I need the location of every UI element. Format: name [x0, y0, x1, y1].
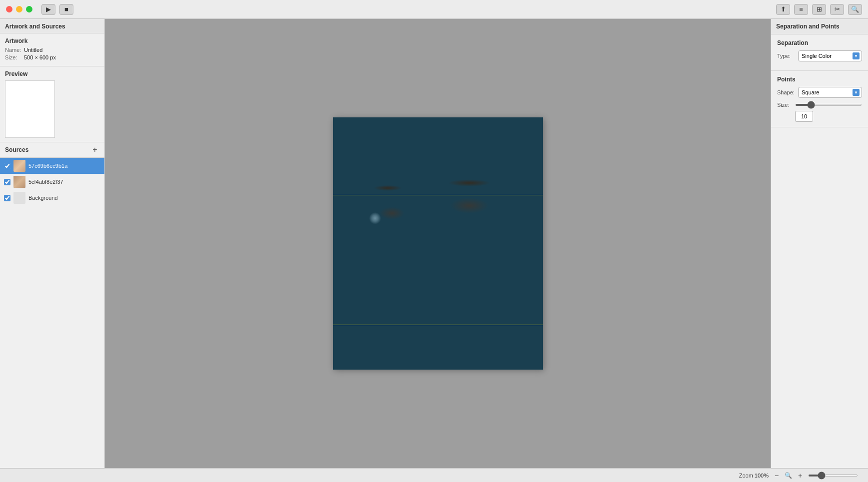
separation-type-select-container: Single Color ▼	[798, 50, 862, 61]
zoom-tool-button[interactable]: 🔍	[848, 4, 862, 15]
source-thumb-bg	[13, 192, 25, 204]
zoom-out-button[interactable]: −	[772, 471, 782, 480]
stop-icon: ■	[64, 5, 68, 13]
separation-title: Separation	[777, 39, 862, 46]
selection-tool-button[interactable]: ⊞	[812, 4, 826, 15]
maximize-button[interactable]	[26, 6, 32, 12]
share-icon: ⬆	[781, 5, 786, 13]
stop-button[interactable]: ■	[59, 4, 73, 15]
points-shape-label: Shape:	[777, 89, 798, 95]
separation-type-select[interactable]: Single Color ▼	[798, 50, 862, 61]
source-thumb-2	[13, 176, 25, 188]
canvas-image	[333, 117, 543, 370]
minimize-button[interactable]	[16, 6, 22, 12]
preview-canvas	[5, 80, 55, 138]
zoom-search-icon: 🔍	[785, 472, 792, 479]
source-thumb-face-2	[13, 176, 25, 188]
points-shape-select-container: Square ▼	[798, 87, 862, 98]
points-shape-field: Shape: Square ▼	[777, 87, 862, 98]
share-button[interactable]: ⬆	[776, 4, 790, 15]
canvas-area	[105, 19, 771, 468]
source-thumb-1	[13, 160, 25, 172]
zoom-slider[interactable]	[808, 475, 858, 477]
points-size-label: Size:	[777, 102, 792, 108]
main-layout: Artwork and Sources Artwork Name: Untitl…	[0, 19, 868, 468]
zoom-icon: 🔍	[851, 5, 859, 13]
source-item-1[interactable]: 57c69b6ec9b1a	[0, 158, 104, 174]
source-thumb-3	[13, 192, 25, 204]
zoom-in-button[interactable]: +	[795, 471, 805, 480]
close-button[interactable]	[6, 6, 12, 12]
artwork-name-label: Name:	[5, 47, 24, 53]
right-panel-header: Separation and Points	[771, 19, 868, 34]
artwork-size-field: Size: 500 × 600 px	[5, 54, 99, 60]
status-bar: Zoom 100% − 🔍 +	[0, 468, 868, 482]
preview-section: Preview	[0, 66, 104, 142]
source-item-3[interactable]: Background	[0, 190, 104, 206]
sources-title: Sources	[5, 146, 28, 153]
points-size-input-row	[777, 111, 862, 122]
points-size-slider[interactable]	[795, 104, 862, 106]
source-item-2[interactable]: 5cf4abf8e2f37	[0, 174, 104, 190]
left-panel-title: Artwork and Sources	[5, 23, 65, 30]
sources-header: Sources +	[0, 142, 104, 158]
points-shape-select[interactable]: Square ▼	[798, 87, 862, 98]
separation-type-arrow: ▼	[853, 52, 860, 59]
titlebar-right: ⬆ ≡ ⊞ ✂ 🔍	[776, 4, 862, 15]
points-size-row: Size:	[777, 102, 862, 108]
artwork-section-title: Artwork	[5, 37, 99, 44]
guide-line-bottom	[333, 325, 543, 325]
crop-tool-button[interactable]: ✂	[830, 4, 844, 15]
play-icon: ▶	[46, 5, 51, 13]
source-checkbox-3[interactable]	[4, 195, 10, 201]
points-title: Points	[777, 76, 862, 83]
guide-line-top	[333, 195, 543, 195]
source-checkbox-1[interactable]	[4, 163, 10, 169]
play-button[interactable]: ▶	[41, 4, 55, 15]
zoom-controls: Zoom 100% − 🔍 +	[739, 471, 858, 480]
artwork-name-field: Name: Untitled	[5, 47, 99, 53]
selection-icon: ⊞	[817, 5, 822, 13]
points-size-input[interactable]	[795, 111, 813, 122]
settings-icon: ≡	[799, 5, 803, 13]
source-checkbox-2[interactable]	[4, 179, 10, 185]
points-shape-arrow: ▼	[853, 89, 860, 96]
zoom-label: Zoom 100%	[739, 473, 769, 479]
artwork-size-value: 500 × 600 px	[24, 54, 56, 60]
preview-title: Preview	[5, 70, 99, 77]
source-name-3: Background	[28, 195, 58, 201]
left-panel-header: Artwork and Sources	[0, 19, 104, 33]
titlebar: ▶ ■ ⬆ ≡ ⊞ ✂ 🔍	[0, 0, 868, 19]
artwork-name-value: Untitled	[24, 47, 42, 53]
face-portrait	[333, 117, 543, 370]
titlebar-tools: ▶ ■	[41, 4, 73, 15]
artwork-section: Artwork Name: Untitled Size: 500 × 600 p…	[0, 33, 104, 66]
separation-type-value: Single Color	[802, 53, 832, 59]
points-section: Points Shape: Square ▼ Size:	[771, 71, 868, 127]
window-controls	[6, 6, 32, 12]
sources-section: Sources + 57c69b6ec9b1a 5cf4abf8e2f37	[0, 142, 104, 468]
separation-type-label: Type:	[777, 53, 798, 59]
artwork-size-label: Size:	[5, 54, 24, 60]
crop-icon: ✂	[835, 5, 840, 13]
settings-button[interactable]: ≡	[794, 4, 808, 15]
right-panel: Separation and Points Separation Type: S…	[771, 19, 868, 468]
source-name-2: 5cf4abf8e2f37	[28, 179, 63, 185]
right-panel-title: Separation and Points	[776, 23, 840, 30]
source-thumb-face-1	[13, 160, 25, 172]
points-shape-value: Square	[802, 89, 819, 95]
separation-type-field: Type: Single Color ▼	[777, 50, 862, 61]
left-panel: Artwork and Sources Artwork Name: Untitl…	[0, 19, 105, 468]
source-name-1: 57c69b6ec9b1a	[28, 163, 67, 169]
sources-add-button[interactable]: +	[90, 145, 99, 154]
separation-section: Separation Type: Single Color ▼	[771, 34, 868, 71]
